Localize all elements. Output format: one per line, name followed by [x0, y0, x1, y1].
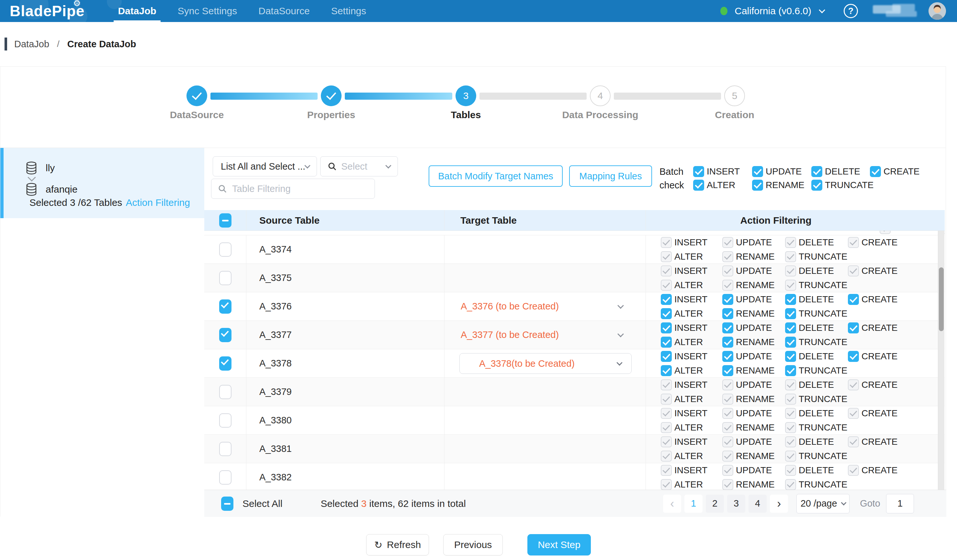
checkbox-update[interactable] — [722, 351, 733, 362]
avatar[interactable] — [929, 2, 946, 20]
checkbox-alter[interactable] — [661, 422, 672, 433]
datasource-pair-card[interactable]: lly afanqie Selected 3 /62 Tables Action… — [0, 148, 204, 218]
checkbox-create[interactable] — [848, 408, 859, 419]
checkbox-truncate[interactable] — [785, 479, 796, 490]
table-select-dropdown[interactable]: Select — [320, 156, 398, 177]
checkbox-create[interactable] — [848, 265, 859, 276]
checkbox-update[interactable] — [722, 408, 733, 419]
checkbox-delete[interactable] — [785, 408, 796, 419]
checkbox-delete[interactable] — [785, 265, 796, 276]
checkbox-alter[interactable] — [661, 479, 672, 490]
checkbox-delete[interactable] — [785, 379, 796, 390]
checkbox-delete[interactable] — [785, 351, 796, 362]
select-all-header-checkbox[interactable] — [219, 213, 232, 227]
checkbox-insert[interactable] — [661, 265, 672, 276]
breadcrumb-parent[interactable]: DataJob — [14, 39, 49, 49]
prev-page-button[interactable]: ‹ — [663, 495, 681, 513]
table-filter-input[interactable] — [232, 183, 368, 194]
checkbox-truncate[interactable] — [785, 308, 796, 319]
checkbox-rename[interactable] — [722, 394, 733, 405]
refresh-button[interactable]: ↻ Refresh — [366, 534, 429, 555]
checkbox-update[interactable] — [752, 166, 763, 177]
checkbox-rename[interactable] — [722, 479, 733, 490]
checkbox-insert[interactable] — [661, 294, 672, 305]
checkbox-rename[interactable] — [722, 308, 733, 319]
chevron-down-icon[interactable] — [617, 302, 624, 309]
row-checkbox-a-3379[interactable] — [219, 385, 232, 399]
checkbox-truncate[interactable] — [811, 180, 822, 191]
checkbox-truncate[interactable] — [785, 280, 796, 291]
checkbox-delete[interactable] — [785, 294, 796, 305]
checkbox-rename[interactable] — [722, 365, 733, 376]
checkbox-insert[interactable] — [661, 322, 672, 333]
checkbox-rename[interactable] — [722, 280, 733, 291]
checkbox-create[interactable] — [848, 379, 859, 390]
row-checkbox-a-3375[interactable] — [219, 271, 232, 285]
checkbox-create[interactable] — [848, 351, 859, 362]
checkbox-create[interactable] — [848, 465, 859, 476]
step-circle-properties[interactable] — [321, 85, 341, 106]
checkbox-insert[interactable] — [661, 237, 672, 248]
checkbox-alter[interactable] — [661, 308, 672, 319]
select-all-checkbox[interactable] — [221, 497, 234, 511]
checkbox-update[interactable] — [722, 265, 733, 276]
nav-item-sync-settings[interactable]: Sync Settings — [167, 0, 248, 22]
nav-item-settings[interactable]: Settings — [321, 0, 377, 22]
checkbox-alter[interactable] — [661, 365, 672, 376]
checkbox-rename[interactable] — [722, 422, 733, 433]
checkbox-truncate[interactable] — [785, 451, 796, 462]
checkbox-delete[interactable] — [785, 436, 796, 447]
vertical-scrollbar[interactable] — [938, 231, 944, 490]
checkbox-alter[interactable] — [661, 280, 672, 291]
step-circle-datasource[interactable] — [186, 85, 207, 106]
row-checkbox-a-3376[interactable] — [219, 300, 232, 314]
checkbox-update[interactable] — [722, 322, 733, 333]
checkbox-insert[interactable] — [661, 408, 672, 419]
next-page-button[interactable]: › — [770, 495, 788, 513]
page-button-3[interactable]: 3 — [727, 495, 745, 513]
checkbox-create[interactable] — [848, 237, 859, 248]
checkbox-update[interactable] — [722, 379, 733, 390]
checkbox-truncate[interactable] — [785, 422, 796, 433]
checkbox-delete[interactable] — [785, 322, 796, 333]
checkbox-truncate[interactable] — [785, 337, 796, 348]
checkbox-insert[interactable] — [693, 166, 704, 177]
checkbox-create[interactable] — [848, 294, 859, 305]
checkbox-insert[interactable] — [661, 379, 672, 390]
checkbox-delete[interactable] — [811, 166, 822, 177]
list-mode-select[interactable]: List All and Select ... — [213, 156, 317, 177]
checkbox-alter[interactable] — [693, 180, 704, 191]
nav-item-datasource[interactable]: DataSource — [248, 0, 320, 22]
next-step-button[interactable]: Next Step — [527, 534, 591, 555]
scrollbar-thumb[interactable] — [939, 267, 944, 331]
chevron-down-icon[interactable] — [617, 331, 624, 337]
checkbox-insert[interactable] — [661, 351, 672, 362]
chevron-down-icon[interactable] — [819, 7, 825, 13]
checkbox-alter[interactable] — [661, 337, 672, 348]
batch-modify-target-names-button[interactable]: Batch Modify Target Names — [429, 166, 563, 187]
checkbox-create[interactable] — [848, 322, 859, 333]
checkbox-rename[interactable] — [722, 337, 733, 348]
checkbox-delete[interactable] — [785, 465, 796, 476]
row-checkbox-a-3380[interactable] — [219, 413, 232, 427]
target-name-select[interactable]: A_3378(to be Created) — [460, 353, 632, 374]
checkbox-rename[interactable] — [752, 180, 763, 191]
mapping-rules-button[interactable]: Mapping Rules — [569, 166, 652, 187]
page-size-select[interactable]: 20 /page — [796, 494, 850, 513]
checkbox-update[interactable] — [722, 436, 733, 447]
page-button-1[interactable]: 1 — [684, 495, 703, 513]
page-button-2[interactable]: 2 — [706, 495, 724, 513]
checkbox-insert[interactable] — [661, 465, 672, 476]
step-circle-creation[interactable]: 5 — [724, 85, 745, 106]
row-checkbox-a-3381[interactable] — [219, 442, 232, 456]
region-selector[interactable]: California (v0.6.0) — [734, 5, 811, 16]
step-circle-data-processing[interactable]: 4 — [590, 85, 611, 106]
row-checkbox-a-3374[interactable] — [219, 243, 232, 257]
checkbox-truncate[interactable] — [785, 251, 796, 262]
checkbox-truncate[interactable] — [785, 394, 796, 405]
nav-item-datajob[interactable]: DataJob — [107, 0, 167, 22]
checkbox-create[interactable] — [848, 436, 859, 447]
previous-button[interactable]: Previous — [443, 534, 503, 555]
action-filtering-link[interactable]: Action Filtering — [126, 197, 190, 208]
row-checkbox-a-3378[interactable] — [219, 357, 232, 371]
